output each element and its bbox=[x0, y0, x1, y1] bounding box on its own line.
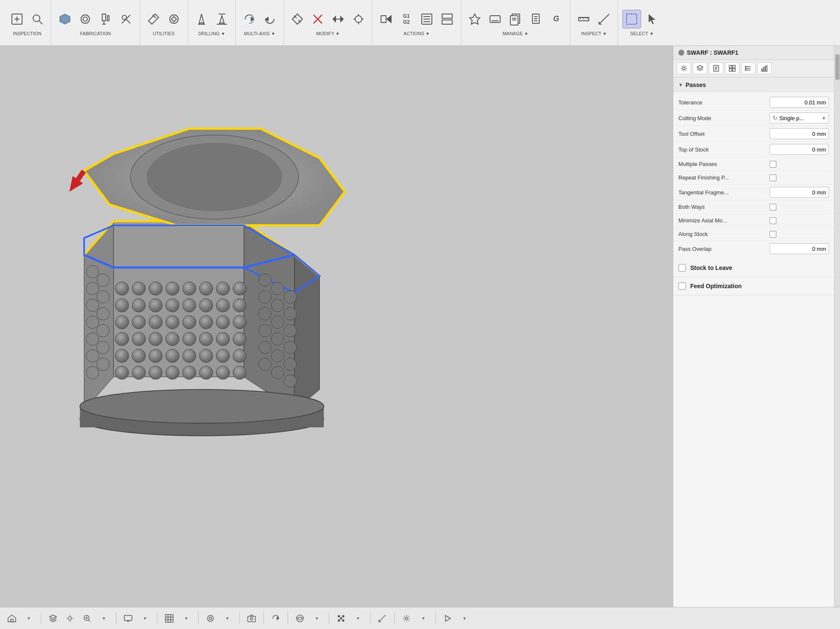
multiple-passes-checkbox[interactable] bbox=[770, 161, 776, 168]
drilling-icon-2[interactable] bbox=[213, 10, 231, 28]
manage-dropdown[interactable]: ▼ bbox=[524, 31, 528, 36]
pass-overlap-input[interactable] bbox=[770, 243, 829, 254]
panel-scrollbar[interactable] bbox=[834, 46, 840, 607]
minimize-axial-row: Minimize Axial Mo... bbox=[673, 214, 834, 227]
svg-line-62 bbox=[599, 14, 609, 24]
select-cursor-icon[interactable] bbox=[643, 10, 661, 28]
svg-point-150 bbox=[97, 291, 109, 303]
bottom-view-icon[interactable] bbox=[204, 612, 217, 625]
stock-to-leave-checkbox[interactable] bbox=[678, 264, 686, 272]
bottom-extra-icon[interactable] bbox=[441, 612, 454, 625]
actions-icon-list[interactable] bbox=[417, 10, 436, 28]
bottom-grid-icon[interactable] bbox=[162, 612, 176, 625]
fabrication-icon-3[interactable] bbox=[96, 10, 115, 28]
bottom-pan-icon[interactable] bbox=[63, 612, 77, 625]
bottom-dropdown-zoom[interactable]: ▼ bbox=[97, 612, 111, 625]
drilling-dropdown[interactable]: ▼ bbox=[221, 31, 225, 36]
passes-section-header[interactable]: ▼ Passes bbox=[673, 77, 834, 92]
fabrication-icon-2[interactable] bbox=[76, 10, 95, 28]
model-canvas bbox=[0, 46, 673, 607]
viewport[interactable] bbox=[0, 46, 673, 607]
modify-icon-3[interactable] bbox=[329, 10, 347, 28]
tab-chart[interactable] bbox=[757, 62, 772, 74]
both-ways-checkbox[interactable] bbox=[770, 204, 776, 211]
bottom-settings-icon[interactable] bbox=[400, 612, 413, 625]
modify-icon-2[interactable] bbox=[308, 10, 327, 28]
bottom-dropdown-display[interactable]: ▼ bbox=[138, 612, 152, 625]
svg-point-160 bbox=[683, 67, 685, 70]
cutting-mode-select[interactable]: ↻ Single p... ▼ bbox=[770, 112, 829, 124]
modify-dropdown[interactable]: ▼ bbox=[336, 31, 340, 36]
drilling-icon-1[interactable] bbox=[192, 10, 211, 28]
separator-10 bbox=[394, 612, 395, 624]
tool-offset-input[interactable] bbox=[770, 128, 829, 139]
repeat-finishing-checkbox[interactable] bbox=[770, 174, 776, 181]
actions-icon-1[interactable] bbox=[377, 10, 395, 28]
svg-point-79 bbox=[166, 282, 179, 295]
bottom-appearance-icon[interactable] bbox=[293, 612, 307, 625]
tab-grid[interactable] bbox=[725, 62, 739, 74]
minimize-axial-checkbox[interactable] bbox=[770, 217, 776, 224]
feed-optimization-section[interactable]: Feed Optimization bbox=[673, 277, 834, 295]
bottom-snapshot-icon[interactable] bbox=[245, 612, 258, 625]
fabrication-icon-1[interactable] bbox=[56, 10, 74, 28]
utilities-icon-2[interactable] bbox=[165, 10, 183, 28]
utilities-label: UTILITIES bbox=[153, 31, 174, 36]
feed-optimization-checkbox[interactable] bbox=[678, 282, 686, 290]
actions-icon-4[interactable] bbox=[438, 10, 456, 28]
top-of-stock-input[interactable] bbox=[770, 144, 829, 155]
both-ways-row: Both Ways bbox=[673, 200, 834, 214]
svg-point-104 bbox=[182, 332, 196, 346]
inspect-ruler-icon[interactable] bbox=[574, 10, 593, 28]
inspect-dropdown[interactable]: ▼ bbox=[602, 31, 607, 36]
bottom-layers-icon[interactable] bbox=[46, 612, 60, 625]
bottom-dropdown-settings[interactable]: ▼ bbox=[417, 612, 430, 625]
bottom-dropdown-home[interactable]: ▼ bbox=[22, 612, 36, 625]
modify-icon-1[interactable] bbox=[288, 10, 307, 28]
bottom-measure-icon[interactable] bbox=[375, 612, 389, 625]
tab-layers[interactable] bbox=[693, 62, 707, 74]
toolbar-group-manage: G MANAGE ▼ bbox=[461, 0, 570, 45]
svg-line-206 bbox=[379, 615, 386, 622]
tangential-frag-input[interactable] bbox=[770, 187, 829, 198]
panel-scrollbar-thumb[interactable] bbox=[835, 54, 840, 80]
tab-list[interactable] bbox=[741, 62, 756, 74]
multiaxis-dropdown[interactable]: ▼ bbox=[271, 31, 275, 36]
bottom-dropdown-grid[interactable]: ▼ bbox=[179, 612, 193, 625]
tab-document[interactable] bbox=[709, 62, 723, 74]
manage-icon-3[interactable] bbox=[506, 10, 525, 28]
svg-point-139 bbox=[259, 358, 272, 371]
bottom-dropdown-appearance[interactable]: ▼ bbox=[310, 612, 324, 625]
multiaxis-icon-2[interactable] bbox=[260, 10, 279, 28]
manage-icon-g[interactable]: G bbox=[547, 10, 566, 28]
bottom-dropdown-points[interactable]: ▼ bbox=[351, 612, 365, 625]
multiaxis-icon-1[interactable] bbox=[240, 10, 259, 28]
manage-icon-4[interactable] bbox=[526, 10, 545, 28]
fabrication-icon-4[interactable] bbox=[117, 10, 135, 28]
along-stock-checkbox[interactable] bbox=[770, 231, 776, 238]
bottom-display-icon[interactable] bbox=[121, 612, 135, 625]
actions-dropdown[interactable]: ▼ bbox=[426, 31, 430, 36]
utilities-icon-1[interactable] bbox=[144, 10, 163, 28]
svg-point-3 bbox=[33, 15, 40, 22]
bottom-dropdown-view[interactable]: ▼ bbox=[221, 612, 234, 625]
bottom-points-icon[interactable] bbox=[334, 612, 348, 625]
inspection-icon-1[interactable] bbox=[8, 10, 26, 28]
stock-to-leave-section[interactable]: Stock to Leave bbox=[673, 259, 834, 277]
tab-settings[interactable] bbox=[677, 62, 691, 74]
manage-icon-1[interactable] bbox=[465, 10, 484, 28]
svg-point-92 bbox=[115, 315, 129, 329]
bottom-zoom-icon[interactable] bbox=[80, 612, 94, 625]
select-dropdown[interactable]: ▼ bbox=[650, 31, 654, 36]
actions-icon-g1g2[interactable]: G1G2 bbox=[397, 10, 416, 28]
modify-icon-4[interactable] bbox=[349, 10, 368, 28]
inspect-measure-icon[interactable] bbox=[595, 10, 613, 28]
bottom-rotate-icon[interactable] bbox=[269, 612, 283, 625]
tolerance-input[interactable] bbox=[770, 97, 829, 108]
bottom-dropdown-extra[interactable]: ▼ bbox=[458, 612, 471, 625]
inspection-icon-2[interactable] bbox=[28, 10, 47, 28]
bottom-home-icon[interactable] bbox=[5, 612, 19, 625]
manage-icon-2[interactable] bbox=[486, 10, 504, 28]
select-box-icon[interactable] bbox=[622, 10, 641, 28]
cutting-mode-label: Cutting Mode bbox=[678, 115, 770, 121]
